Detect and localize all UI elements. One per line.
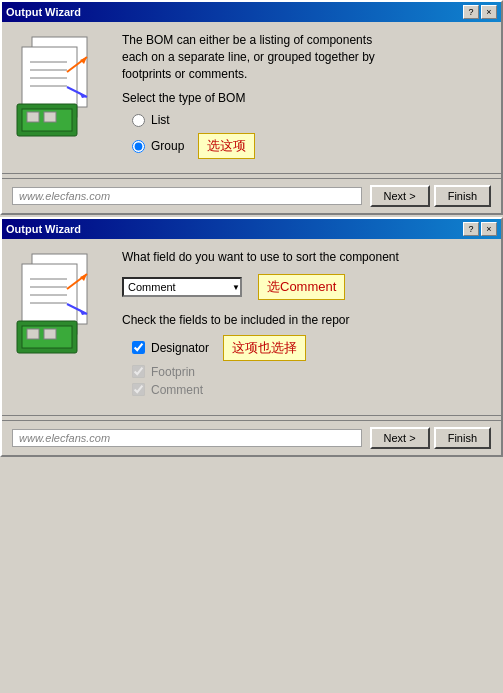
checkbox-designator-label[interactable]: Designator <box>151 341 209 355</box>
footer-buttons-1: Next > Finish <box>370 185 491 207</box>
checkbox-designator-item: Designator 这项也选择 <box>132 335 491 361</box>
wizard-footer-2: www.elecfans.com Next > Finish <box>2 420 501 455</box>
annotation-designator: 这项也选择 <box>223 335 306 361</box>
check-fields-label: Check the fields to be included in the r… <box>122 312 491 329</box>
annotation-group: 选这项 <box>198 133 255 159</box>
titlebar-2: Output Wizard ? × <box>2 219 501 239</box>
watermark-1: www.elecfans.com <box>12 187 362 205</box>
window-title-1: Output Wizard <box>6 6 81 18</box>
svg-rect-31 <box>44 329 56 339</box>
separator-1 <box>2 173 501 174</box>
output-wizard-window-1: Output Wizard ? × <box>0 0 503 215</box>
radio-list-label[interactable]: List <box>151 113 170 127</box>
svg-rect-30 <box>27 329 39 339</box>
bom-icon-1 <box>12 32 102 142</box>
radio-group-label[interactable]: Group <box>151 139 184 153</box>
wizard-footer-1: www.elecfans.com Next > Finish <box>2 178 501 213</box>
help-button-2[interactable]: ? <box>463 222 479 236</box>
next-button-2[interactable]: Next > <box>370 427 430 449</box>
wizard-body-2: What field do you want to use to sort th… <box>2 239 501 411</box>
radio-list[interactable] <box>132 114 145 127</box>
svg-rect-12 <box>27 112 39 122</box>
watermark-2: www.elecfans.com <box>12 429 362 447</box>
checkbox-comment-label: Comment <box>151 383 203 397</box>
checkbox-comment[interactable] <box>132 383 145 396</box>
finish-button-1[interactable]: Finish <box>434 185 491 207</box>
radio-group[interactable] <box>132 140 145 153</box>
dropdown-row: Comment Designator Footprint 选Comment <box>122 274 491 300</box>
sort-field-select[interactable]: Comment Designator Footprint <box>122 277 242 297</box>
titlebar-1: Output Wizard ? × <box>2 2 501 22</box>
separator-2 <box>2 415 501 416</box>
wizard-text-2: What field do you want to use to sort th… <box>122 249 491 401</box>
footer-buttons-2: Next > Finish <box>370 427 491 449</box>
description-1: The BOM can either be a listing of compo… <box>122 32 491 82</box>
help-button-1[interactable]: ? <box>463 5 479 19</box>
radio-group-item: Group 选这项 <box>132 133 491 159</box>
close-button-2[interactable]: × <box>481 222 497 236</box>
radio-list-item: List <box>132 113 491 127</box>
sort-field-label: What field do you want to use to sort th… <box>122 249 491 266</box>
checkbox-comment-item: Comment <box>132 383 491 397</box>
checkbox-section: Check the fields to be included in the r… <box>122 312 491 397</box>
finish-button-2[interactable]: Finish <box>434 427 491 449</box>
checkbox-footprint-label: Footprin <box>151 365 195 379</box>
bom-type-radio-group: List Group 选这项 <box>132 113 491 159</box>
select-type-label: Select the type of BOM <box>122 90 491 107</box>
wizard-icon-2 <box>12 249 112 401</box>
checkbox-footprint[interactable] <box>132 365 145 378</box>
next-button-1[interactable]: Next > <box>370 185 430 207</box>
bom-icon-2 <box>12 249 102 359</box>
titlebar-controls-1: ? × <box>463 5 497 19</box>
wizard-icon-1 <box>12 32 112 159</box>
output-wizard-window-2: Output Wizard ? × <box>0 217 503 457</box>
annotation-comment: 选Comment <box>258 274 345 300</box>
titlebar-controls-2: ? × <box>463 222 497 236</box>
window-title-2: Output Wizard <box>6 223 81 235</box>
svg-rect-13 <box>44 112 56 122</box>
wizard-body-1: The BOM can either be a listing of compo… <box>2 22 501 169</box>
checkbox-designator[interactable] <box>132 341 145 354</box>
checkbox-footprint-item: Footprin <box>132 365 491 379</box>
select-wrapper: Comment Designator Footprint <box>122 277 242 297</box>
wizard-text-1: The BOM can either be a listing of compo… <box>122 32 491 159</box>
close-button-1[interactable]: × <box>481 5 497 19</box>
